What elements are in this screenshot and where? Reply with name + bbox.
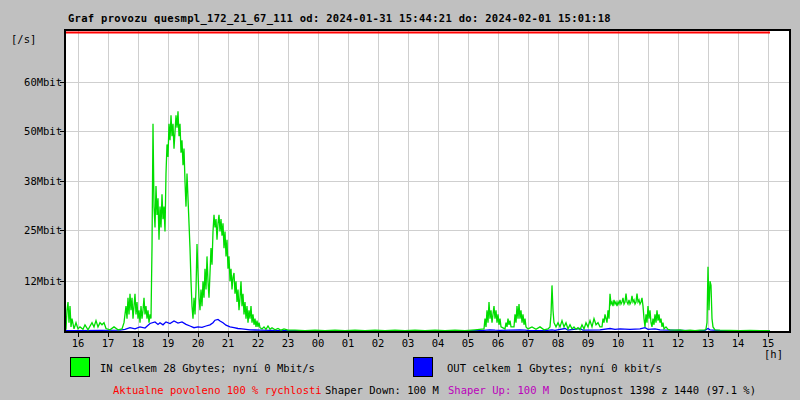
x-axis-unit-label: [h] (764, 348, 783, 360)
y-tick-label: 38Mbit (0, 175, 62, 187)
status-allowed-speed: Aktualne povoleno 100 % rychlosti (113, 384, 322, 396)
status-shaper-down: Shaper Down: 100 M (325, 384, 439, 396)
legend-in-swatch (70, 357, 90, 377)
y-tick-label: 12Mbit (0, 275, 62, 287)
y-tick-label: 50Mbit (0, 125, 62, 137)
y-tick-label: 25Mbit (0, 224, 62, 236)
y-axis-unit-label: [/s] (11, 33, 36, 45)
legend-out-label: OUT celkem 1 Gbytes; nyní 0 kbit/s (447, 362, 662, 374)
status-shaper-up: Shaper Up: 100 M (448, 384, 549, 396)
chart-title: Graf provozu quesmpl_172_21_67_111 od: 2… (68, 12, 611, 24)
legend-in-label: IN celkem 28 Gbytes; nyní 0 Mbit/s (100, 362, 315, 374)
legend-out-swatch (413, 357, 433, 377)
y-tick-label: 60Mbit (0, 76, 62, 88)
traffic-chart (55, 25, 795, 340)
status-availability: Dostupnost 1398 z 1440 (97.1 %) (560, 384, 756, 396)
